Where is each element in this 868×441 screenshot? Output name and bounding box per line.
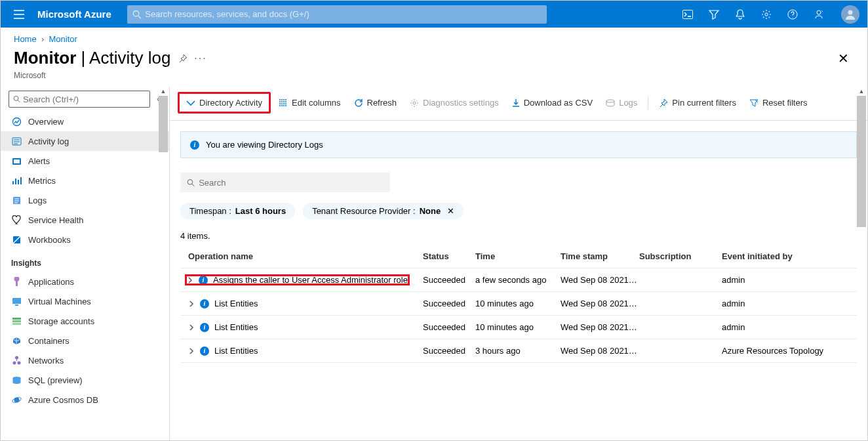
svg-rect-16 (16, 281, 18, 286)
sidebar-scrollbar[interactable]: ▲ (159, 87, 168, 441)
scroll-up-arrow[interactable]: ▲ (857, 87, 866, 96)
cloud-shell-button[interactable] (676, 1, 700, 28)
scrollbar-thumb[interactable] (159, 96, 168, 152)
sidebar-item-alerts[interactable]: Alerts (1, 151, 169, 171)
page-title-row: Monitor | Activity log ··· ✕ (1, 48, 867, 71)
cell-timestamp: Wed Sep 08 2021… (561, 346, 639, 356)
user-avatar[interactable] (841, 5, 859, 24)
overview-icon (11, 116, 22, 127)
directories-button[interactable] (702, 1, 726, 28)
workbook-icon (11, 234, 22, 245)
sidebar-item-workbooks[interactable]: Workbooks (1, 230, 169, 249)
brand-label: Microsoft Azure (37, 9, 111, 20)
logs-icon (11, 195, 22, 205)
edit-columns-button[interactable]: Edit columns (273, 95, 345, 110)
svg-point-28 (413, 102, 416, 104)
table-row[interactable]: iList EntitiesSucceeded3 hours agoWed Se… (180, 339, 857, 363)
global-search[interactable] (127, 5, 547, 24)
info-banner-text: You are viewing Directory Logs (206, 140, 323, 150)
sidebar-item-storage-accounts[interactable]: Storage accounts (1, 311, 169, 331)
log-search[interactable] (180, 173, 390, 192)
filter-pill-tenant[interactable]: Tenant Resource Provider : None ✕ (303, 203, 464, 219)
notifications-button[interactable] (728, 1, 752, 28)
log-search-input[interactable] (199, 178, 384, 188)
sidebar-item-service-health[interactable]: Service Health (1, 210, 169, 230)
close-button[interactable]: ✕ (838, 51, 854, 66)
directory-activity-button[interactable]: Directory Activity (181, 95, 267, 110)
col-initiated-by[interactable]: Event initiated by (722, 251, 827, 261)
pin-button[interactable] (178, 54, 187, 63)
col-operation[interactable]: Operation name (180, 251, 423, 261)
more-button[interactable]: ··· (194, 52, 207, 64)
sidebar-item-overview[interactable]: Overview (1, 112, 169, 131)
col-time[interactable]: Time (475, 251, 561, 261)
svg-point-0 (133, 10, 138, 16)
sidebar-item-containers[interactable]: Containers (1, 331, 169, 350)
alerts-icon (11, 156, 22, 166)
content-area: Directory Activity Edit columns Refresh … (170, 87, 867, 441)
expand-row-button[interactable] (188, 301, 195, 307)
chevron-right-icon (188, 301, 195, 307)
col-status[interactable]: Status (423, 251, 475, 261)
sidebar-item-virtual-machines[interactable]: Virtual Machines (1, 291, 169, 311)
sidebar-item-label: Virtual Machines (28, 297, 91, 306)
content-toolbar: Directory Activity Edit columns Refresh … (170, 87, 867, 121)
filter-pill-timespan[interactable]: Timespan : Last 6 hours (180, 203, 295, 219)
settings-button[interactable] (755, 1, 778, 28)
help-button[interactable] (781, 1, 804, 28)
sidebar-item-azure-cosmos-db[interactable]: Azure Cosmos DB (1, 390, 169, 410)
network-icon (11, 355, 22, 366)
download-icon (512, 98, 520, 108)
hamburger-menu-button[interactable] (6, 10, 32, 19)
info-banner: i You are viewing Directory Logs (180, 131, 857, 158)
toolbar-separator (648, 96, 648, 110)
svg-point-29 (606, 100, 614, 102)
sidebar-item-applications[interactable]: Applications (1, 272, 169, 291)
scroll-up-arrow[interactable]: ▲ (159, 87, 168, 96)
clear-filter-icon (749, 99, 759, 107)
svg-point-15 (14, 277, 19, 282)
table-row[interactable]: iList EntitiesSucceeded10 minutes agoWed… (180, 316, 857, 339)
reset-filters-label: Reset filters (762, 98, 808, 108)
sidebar-item-sql-preview-[interactable]: SQL (preview) (1, 370, 169, 390)
sidebar-item-logs[interactable]: Logs (1, 190, 169, 210)
expand-row-button[interactable] (188, 348, 195, 354)
expand-row-button[interactable] (187, 277, 193, 284)
tenant-pill-clear[interactable]: ✕ (447, 206, 454, 216)
download-csv-button[interactable]: Download as CSV (507, 95, 599, 110)
table-row[interactable]: iAssigns the caller to User Access Admin… (180, 268, 857, 292)
sidebar-item-activity-log[interactable]: Activity log (1, 131, 169, 151)
col-subscription[interactable]: Subscription (639, 251, 722, 261)
scrollbar-thumb[interactable] (857, 96, 866, 227)
cell-timestamp: Wed Sep 08 2021… (561, 275, 639, 285)
sidebar-item-metrics[interactable]: Metrics (1, 171, 169, 190)
reset-filters-button[interactable]: Reset filters (744, 95, 813, 110)
cosmos-icon (11, 394, 22, 405)
col-timestamp[interactable]: Time stamp (561, 251, 639, 261)
cell-initiated-by: admin (722, 275, 827, 285)
global-search-input[interactable] (145, 9, 541, 19)
breadcrumb-home[interactable]: Home (14, 34, 37, 44)
svg-point-31 (187, 179, 193, 184)
sidebar-item-networks[interactable]: Networks (1, 350, 169, 370)
breadcrumb-current[interactable]: Monitor (49, 34, 77, 44)
pin-filters-label: Pin current filters (672, 98, 736, 108)
sidebar-item-label: Containers (28, 336, 69, 346)
sidebar-item-label: Networks (28, 356, 64, 366)
tenant-pill-label: Tenant Resource Provider : (312, 206, 416, 216)
breadcrumb: Home › Monitor (1, 28, 867, 48)
pin-filters-button[interactable]: Pin current filters (654, 95, 741, 110)
refresh-button[interactable]: Refresh (349, 95, 403, 110)
item-count: 4 items. (180, 231, 857, 241)
sidebar-search[interactable] (9, 91, 150, 108)
table-row[interactable]: iList EntitiesSucceeded10 minutes agoWed… (180, 292, 857, 316)
expand-row-button[interactable] (188, 324, 195, 331)
feedback-button[interactable] (807, 1, 831, 28)
chevron-right-icon (187, 277, 193, 284)
timespan-pill-label: Timespan : (189, 206, 231, 216)
content-scrollbar[interactable]: ▲ (857, 87, 866, 441)
svg-line-1 (138, 16, 141, 18)
svg-point-5 (817, 10, 821, 14)
sidebar-search-input[interactable] (23, 94, 146, 104)
info-icon: i (200, 346, 209, 356)
